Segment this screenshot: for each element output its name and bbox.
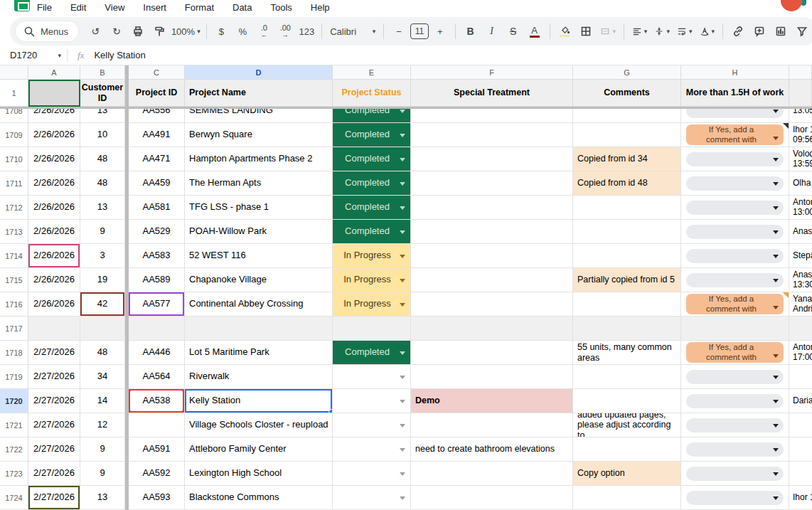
cell-B1716[interactable]: 42 bbox=[80, 292, 125, 317]
decrease-decimal-button[interactable]: .0← bbox=[254, 21, 274, 41]
cell-D1722[interactable]: Attleboro Family Center bbox=[185, 437, 333, 462]
cell-B1712[interactable]: 13 bbox=[80, 196, 125, 220]
row-header-1720[interactable]: 1720 bbox=[0, 389, 28, 413]
cell-G1718[interactable]: 55 units, many common areas bbox=[573, 341, 681, 365]
if-yes-comment-chip[interactable]: If Yes, add acomment with bbox=[686, 342, 784, 363]
cell-E1711-status-dropdown[interactable]: Completed bbox=[333, 171, 411, 196]
cell-D1716[interactable]: Continental Abbey Crossing bbox=[185, 292, 333, 317]
cell-D1724[interactable]: Blackstone Commons bbox=[185, 486, 333, 510]
cell-D1[interactable]: Project Name bbox=[185, 80, 333, 107]
cell-E1715-status-dropdown[interactable]: In Progress bbox=[333, 268, 411, 292]
cell-G1710[interactable]: Copied from id 34 bbox=[573, 147, 681, 171]
cell-A1[interactable] bbox=[28, 80, 80, 107]
row-header-1718[interactable]: 1718 bbox=[0, 341, 28, 365]
dropdown-chip[interactable] bbox=[686, 201, 784, 215]
cell-I1[interactable] bbox=[789, 80, 812, 107]
cell-H1724-dropdown[interactable] bbox=[681, 486, 789, 510]
paint-format-button[interactable] bbox=[149, 21, 169, 41]
cell-I1718[interactable]: Anton17:00 bbox=[789, 341, 812, 365]
formula-input[interactable]: Kelly Station bbox=[94, 50, 145, 60]
cell-I1715[interactable]: Anast13:30 bbox=[789, 268, 812, 292]
cell-A1724[interactable]: 2/27/2026 bbox=[28, 486, 80, 510]
row-header-1711[interactable]: 1711 bbox=[0, 171, 28, 196]
font-select[interactable]: Calibri▾ bbox=[327, 21, 378, 41]
cell-H1723-dropdown[interactable] bbox=[681, 462, 789, 486]
cell-H1713-dropdown[interactable] bbox=[681, 220, 789, 244]
cell-I1713[interactable]: Anast bbox=[789, 220, 812, 244]
cell-A1718[interactable]: 2/27/2026 bbox=[28, 341, 80, 365]
sheets-logo-icon[interactable] bbox=[14, 0, 30, 11]
menus-search-button[interactable]: Menus bbox=[16, 21, 78, 41]
row-header-1715[interactable]: 1715 bbox=[0, 268, 28, 292]
cell-H1710-dropdown[interactable] bbox=[681, 147, 789, 171]
cell-C1713[interactable]: AA529 bbox=[129, 220, 185, 244]
cell-E1721-status-dropdown[interactable] bbox=[333, 413, 411, 437]
cell-G1[interactable]: Comments bbox=[573, 80, 681, 107]
fill-color-button[interactable] bbox=[555, 21, 575, 41]
cell-F1723[interactable] bbox=[411, 462, 573, 486]
cell-C1[interactable]: Project ID bbox=[129, 80, 185, 107]
currency-format-button[interactable]: $ bbox=[211, 21, 231, 41]
cell-H1[interactable]: More than 1.5H of work bbox=[681, 80, 789, 107]
menu-edit[interactable]: Edit bbox=[70, 2, 86, 13]
cell-C1717[interactable] bbox=[129, 317, 185, 341]
cell-F1717[interactable] bbox=[411, 317, 573, 341]
number-format-button[interactable]: 123 bbox=[297, 21, 316, 41]
cell-D1711[interactable]: The Herman Apts bbox=[185, 171, 333, 196]
menu-format[interactable]: Format bbox=[185, 2, 214, 13]
percent-format-button[interactable]: % bbox=[233, 21, 252, 41]
cell-H1719-dropdown[interactable] bbox=[681, 365, 789, 389]
cell-H1712-dropdown[interactable] bbox=[681, 196, 789, 220]
cell-D1713[interactable]: POAH-Willow Park bbox=[185, 220, 333, 244]
cell-H1709-dropdown[interactable]: If Yes, add acomment with bbox=[681, 123, 789, 147]
cell-D1718[interactable]: Lot 5 Maritime Park bbox=[185, 341, 333, 365]
cell-A1710[interactable]: 2/26/2026 bbox=[28, 147, 80, 171]
cell-I1721[interactable] bbox=[789, 413, 812, 437]
cell-G1724[interactable] bbox=[573, 486, 681, 510]
cell-H1718-dropdown[interactable]: If Yes, add acomment with bbox=[681, 341, 789, 365]
cell-C1714[interactable]: AA583 bbox=[129, 244, 185, 268]
cell-A1715[interactable]: 2/26/2026 bbox=[28, 268, 80, 292]
dropdown-chip[interactable] bbox=[686, 491, 784, 505]
cell-H1717-dropdown[interactable] bbox=[681, 317, 789, 341]
decrease-font-button[interactable]: − bbox=[389, 21, 409, 41]
dropdown-chip[interactable] bbox=[686, 467, 784, 481]
redo-button[interactable]: ↻ bbox=[107, 21, 127, 41]
column-header-G[interactable]: G bbox=[573, 65, 681, 80]
text-color-button[interactable]: A bbox=[525, 21, 545, 41]
cell-F1716[interactable] bbox=[411, 292, 573, 317]
cell-I1719[interactable] bbox=[789, 365, 812, 389]
cell-B1724[interactable]: 13 bbox=[80, 486, 125, 510]
cell-F1713[interactable] bbox=[411, 220, 573, 244]
cell-F1[interactable]: Special Treatment bbox=[411, 80, 573, 107]
cell-F1724[interactable] bbox=[411, 486, 573, 510]
cell-C1708[interactable]: AA556 bbox=[129, 109, 185, 123]
cell-D1719[interactable]: Riverwalk bbox=[185, 365, 333, 389]
cell-B1722[interactable]: 9 bbox=[80, 437, 125, 462]
if-yes-comment-chip[interactable]: If Yes, add acomment with bbox=[686, 294, 784, 314]
cell-B1718[interactable]: 48 bbox=[80, 341, 125, 365]
cell-E1714-status-dropdown[interactable]: In Progress bbox=[333, 244, 411, 268]
cell-E1709-status-dropdown[interactable]: Completed bbox=[333, 123, 411, 147]
cell-B1[interactable]: Customer ID bbox=[80, 80, 125, 107]
cell-H1720-dropdown[interactable] bbox=[681, 389, 789, 413]
column-header-A[interactable]: A bbox=[28, 65, 80, 80]
cell-A1713[interactable]: 2/26/2026 bbox=[28, 220, 80, 244]
cell-G1709[interactable] bbox=[573, 123, 681, 147]
cell-G1721[interactable]: added updated pages, please adjust accor… bbox=[573, 413, 681, 437]
cell-D1720[interactable]: Kelly Station bbox=[185, 389, 333, 413]
cell-C1715[interactable]: AA589 bbox=[129, 268, 185, 292]
cell-D1723[interactable]: Lexington High School bbox=[185, 462, 333, 486]
dropdown-chip[interactable] bbox=[686, 442, 784, 457]
cell-E1713-status-dropdown[interactable]: Completed bbox=[333, 220, 411, 244]
cell-A1720[interactable]: 2/27/2026 bbox=[28, 389, 80, 413]
cell-G1711[interactable]: Copied from id 48 bbox=[573, 171, 681, 196]
create-filter-button[interactable] bbox=[792, 21, 812, 41]
cell-G1712[interactable] bbox=[573, 196, 681, 220]
row-header-1709[interactable]: 1709 bbox=[0, 123, 28, 147]
cell-D1709[interactable]: Berwyn Square bbox=[185, 123, 333, 147]
cell-I1720[interactable]: Daria bbox=[789, 389, 812, 413]
cell-E1716-status-dropdown[interactable]: In Progress bbox=[333, 292, 411, 317]
cell-H1708-dropdown[interactable] bbox=[681, 109, 789, 123]
cell-A1711[interactable]: 2/26/2026 bbox=[28, 171, 80, 196]
